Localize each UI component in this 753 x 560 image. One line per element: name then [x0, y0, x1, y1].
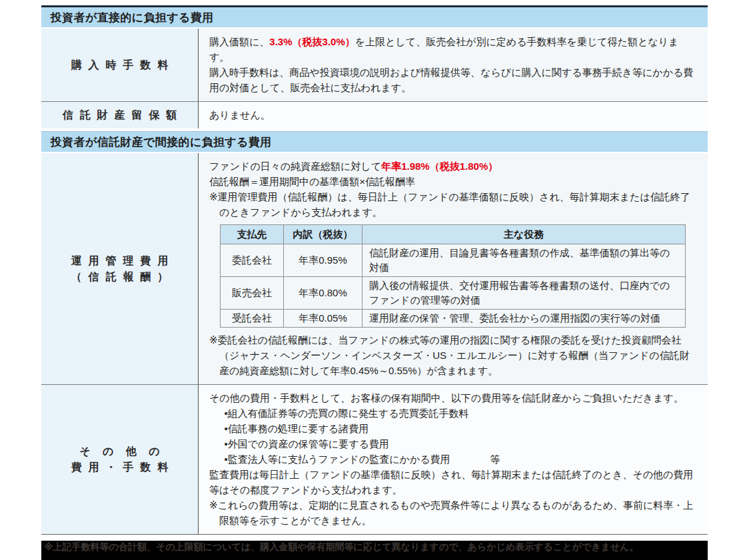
retention-content-cell: ありません。 [199, 102, 708, 129]
other-fees-bullet-trust-admin: •信託事務の処理に要する諸費用 [209, 421, 697, 436]
management-fee-label-line2: （信託報酬） [71, 269, 175, 285]
section-header-direct-fees: 投資者が直接的に負担する費用 [41, 5, 708, 27]
fee-table: 投資者が直接的に負担する費用 購入時手数料 購入価額に、3.3%（税抜3.0%）… [41, 5, 708, 535]
payee-cell: 販売会社 [221, 277, 284, 310]
row-management-fee: 運用管理費用 （信託報酬） ファンドの日々の純資産総額に対して年率1.98%（税… [41, 153, 708, 384]
purchase-fee-label-cell: 購入時手数料 [41, 29, 199, 101]
other-fees-label-line1: その他の [79, 443, 172, 459]
other-fees-label-line2: 費用・手数料 [71, 459, 175, 475]
payee-cell: 受託会社 [221, 310, 284, 328]
other-fees-label-cell: その他の 費用・手数料 [41, 385, 199, 534]
rate-cell: 年率0.05% [284, 310, 363, 328]
purchase-fee-paragraph-2: 購入時手数料は、商品や投資環境の説明および情報提供等、ならびに購入に関する事務手… [209, 65, 697, 95]
management-fee-p1-pre: ファンドの日々の純資産総額に対して [209, 160, 381, 172]
section-header-indirect-fees-title: 投資者が信託財産で間接的に負担する費用 [51, 136, 271, 148]
row-purchase-fee: 購入時手数料 購入価額に、3.3%（税抜3.0%）を上限として、販売会社が別に定… [41, 29, 708, 101]
other-fees-bullet-audit: •監査法人等に支払うファンドの監査にかかる費用 等 [209, 451, 697, 467]
footer-note-text: ※上記手数料等の合計額、その上限額については、購入金額や保有期間等に応じて異なり… [41, 541, 708, 553]
fee-breakdown-header-payee: 支払先 [221, 225, 284, 244]
other-fees-paragraph-2: 監査費用は毎日計上（ファンドの基準価額に反映）され、毎計算期末または信託終了のと… [209, 467, 697, 497]
management-fee-advisor-note: ※委託会社の信託報酬には、当ファンドの株式等の運用の指図に関する権限の委託を受け… [209, 332, 697, 378]
purchase-fee-paragraph-1: 購入価額に、3.3%（税抜3.0%）を上限として、販売会社が別に定める手数料率を… [209, 34, 697, 65]
management-fee-label-cell: 運用管理費用 （信託報酬） [41, 153, 199, 384]
purchase-fee-content-cell: 購入価額に、3.3%（税抜3.0%）を上限として、販売会社が別に定める手数料率を… [199, 29, 708, 101]
fee-breakdown-row-itaku: 委託会社 年率0.95% 信託財産の運用、目論見書等各種書類の作成、基準価額の算… [221, 244, 686, 277]
fee-breakdown-row-hanbai: 販売会社 年率0.80% 購入後の情報提供、交付運用報告書等各種書類の送付、口座… [221, 277, 686, 310]
other-fees-paragraph-1: その他の費用・手数料として、お客様の保有期間中、以下の費用等を信託財産からご負担… [209, 390, 697, 406]
other-fees-content-cell: その他の費用・手数料として、お客様の保有期間中、以下の費用等を信託財産からご負担… [199, 385, 708, 534]
other-fees-bullet-custody: •外国での資産の保管等に要する費用 [209, 436, 697, 451]
retention-label-cell: 信託財産留保額 [41, 102, 199, 129]
purchase-fee-label: 購入時手数料 [71, 57, 175, 73]
rate-cell: 年率0.95% [284, 244, 363, 277]
retention-value: ありません。 [209, 107, 697, 123]
payee-cell: 委託会社 [221, 244, 284, 277]
role-cell: 運用財産の保管・管理、委託会社からの運用指図の実行等の対価 [363, 310, 686, 328]
fund-fee-table-page: 投資者が直接的に負担する費用 購入時手数料 購入価額に、3.3%（税抜3.0%）… [0, 0, 753, 560]
purchase-fee-p1-pre: 購入価額に、 [209, 36, 269, 47]
management-fee-content-cell: ファンドの日々の純資産総額に対して年率1.98%（税抜1.80%） 信託報酬＝運… [199, 153, 708, 384]
management-fee-label-line1: 運用管理費用 [71, 253, 175, 269]
fee-breakdown-table: 支払先 内訳（税抜） 主な役務 委託会社 年率0.95% 信託財産の運用、目論見… [220, 224, 686, 328]
management-fee-note-accrual: ※運用管理費用（信託報酬）は、毎日計上（ファンドの基準価額に反映）され、毎計算期… [209, 189, 697, 220]
retention-label: 信託財産留保額 [63, 107, 183, 123]
section-header-direct-fees-title: 投資者が直接的に負担する費用 [51, 11, 213, 24]
management-fee-formula: 信託報酬＝運用期間中の基準価額×信託報酬率 [209, 174, 697, 189]
management-fee-rate-highlight: 年率1.98%（税抜1.80%） [381, 160, 498, 172]
role-cell: 信託財産の運用、目論見書等各種書類の作成、基準価額の算出等の対価 [363, 244, 686, 277]
rate-cell: 年率0.80% [284, 277, 363, 310]
management-fee-paragraph-1: ファンドの日々の純資産総額に対して年率1.98%（税抜1.80%） [209, 158, 697, 174]
other-fees-bullet-brokerage: •組入有価証券等の売買の際に発生する売買委託手数料 [209, 406, 697, 421]
row-other-fees: その他の 費用・手数料 その他の費用・手数料として、お客様の保有期間中、以下の費… [41, 384, 708, 535]
fee-breakdown-header-row: 支払先 内訳（税抜） 主な役務 [221, 225, 686, 244]
fee-breakdown-row-jutaku: 受託会社 年率0.05% 運用財産の保管・管理、委託会社からの運用指図の実行等の… [221, 310, 686, 328]
footer-note-bar: ※上記手数料等の合計額、その上限額については、購入金額や保有期間等に応じて異なり… [41, 541, 708, 560]
fee-breakdown-header-rate: 内訳（税抜） [284, 225, 363, 244]
row-retention-amount: 信託財産留保額 ありません。 [41, 101, 708, 129]
purchase-fee-rate-highlight: 3.3%（税抜3.0%） [269, 36, 355, 47]
fee-breakdown-header-role: 主な役務 [363, 225, 686, 244]
role-cell: 購入後の情報提供、交付運用報告書等各種書類の送付、口座内でのファンドの管理等の対… [363, 277, 686, 310]
other-fees-disclaimer: ※これらの費用等は、定期的に見直されるものや売買条件等により異なるものがあるため… [209, 497, 697, 528]
section-header-indirect-fees: 投資者が信託財産で間接的に負担する費用 [41, 131, 708, 152]
